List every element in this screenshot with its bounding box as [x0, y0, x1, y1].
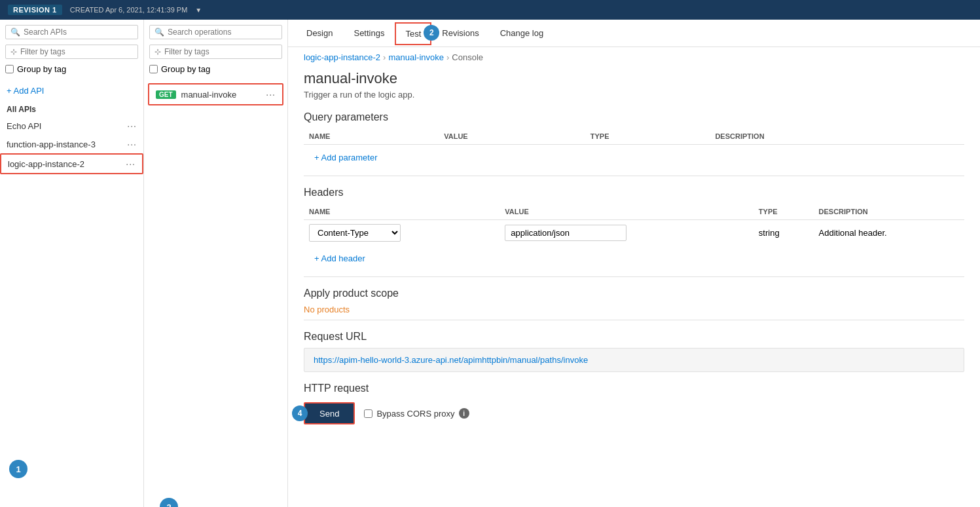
sidebar-group-by-label: Group by tag	[17, 64, 66, 74]
breadcrumb-sep-1: ›	[383, 52, 386, 62]
op-name-manual-invoke: manual-invoke	[181, 90, 266, 100]
ops-filter-input[interactable]	[164, 47, 277, 56]
send-row: 4 Send Bypass CORS proxy i	[304, 402, 964, 424]
add-param-row: + Add parameter	[304, 145, 964, 171]
sidebar-item-function-app[interactable]: function-app-instance-3 ···	[0, 135, 143, 153]
operation-manual-invoke[interactable]: GET manual-invoke ···	[148, 83, 283, 105]
headers-section-title: Headers	[304, 187, 964, 198]
query-params-section-title: Query parameters	[304, 111, 964, 123]
add-param-button[interactable]: + Add parameter	[309, 149, 959, 166]
tab-design[interactable]: Design	[296, 22, 343, 46]
top-bar: REVISION 1 CREATED Apr 6, 2021, 12:41:39…	[0, 0, 980, 20]
step-3-badge: 3	[160, 498, 178, 507]
bypass-cors-checkbox[interactable]	[364, 409, 372, 418]
add-param-label: + Add parameter	[314, 153, 377, 162]
operation-title: manual-invoke	[304, 70, 964, 87]
header-value-input[interactable]	[505, 225, 626, 241]
col-header-type-h: TYPE	[753, 204, 814, 220]
send-button[interactable]: Send	[304, 402, 355, 424]
ops-group-by-checkbox[interactable]	[149, 65, 158, 73]
header-desc-cell: Additional header.	[814, 220, 964, 246]
tab-settings[interactable]: Settings	[343, 22, 395, 46]
operation-more-button[interactable]: ···	[266, 89, 276, 100]
step-2-badge: 2	[424, 25, 439, 41]
col-header-value-h: VALUE	[499, 204, 753, 220]
product-scope-section-title: Apply product scope	[304, 288, 964, 299]
col-header-type-qp: TYPE	[585, 128, 710, 145]
breadcrumb-console: Console	[452, 52, 483, 62]
breadcrumb: logic-app-instance-2 › manual-invoke › C…	[304, 47, 964, 65]
ops-filter-box: ⊹	[149, 45, 282, 59]
sidebar-search-input[interactable]	[24, 28, 133, 37]
echo-api-more-button[interactable]: ···	[127, 121, 137, 131]
breadcrumb-logic-app[interactable]: logic-app-instance-2	[304, 52, 380, 62]
divider-2	[304, 276, 964, 277]
ops-filter-icon: ⊹	[154, 47, 161, 56]
col-header-name-qp: NAME	[304, 128, 439, 145]
breadcrumb-sep-2: ›	[446, 52, 449, 62]
add-api-button[interactable]: + Add API	[7, 86, 137, 96]
step-4-badge: 4	[292, 405, 308, 421]
col-header-desc-h: DESCRIPTION	[814, 204, 964, 220]
header-type-cell: string	[753, 220, 814, 246]
all-apis-label: All APIs	[7, 105, 137, 114]
sidebar-filter-box: ⊹	[5, 45, 138, 59]
add-header-button[interactable]: + Add header	[309, 250, 959, 267]
sidebar-search-box: 🔍	[5, 25, 138, 39]
info-icon[interactable]: i	[459, 408, 469, 419]
created-label: CREATED Apr 6, 2021, 12:41:39 PM	[70, 6, 188, 14]
content-panel: logic-app-instance-2 › manual-invoke › C…	[288, 47, 980, 507]
tab-changelog[interactable]: Change log	[490, 22, 554, 46]
sidebar-item-echo-api[interactable]: Echo API ···	[0, 117, 143, 135]
step-1-badge: 1	[9, 460, 27, 478]
query-params-table: NAME VALUE TYPE DESCRIPTION + Add parame…	[304, 128, 964, 170]
breadcrumb-manual-invoke[interactable]: manual-invoke	[388, 52, 444, 62]
step-1-badge-container: 1	[9, 460, 27, 478]
request-url-box: https://apim-hello-world-3.azure-api.net…	[304, 348, 964, 372]
divider-1	[304, 176, 964, 176]
ops-search-input[interactable]	[168, 28, 277, 37]
request-url-value: https://apim-hello-world-3.azure-api.net…	[314, 355, 588, 365]
header-name-select[interactable]: Content-Type	[309, 224, 401, 242]
step-3-badge-container: 3	[160, 498, 178, 507]
tab-test[interactable]: Test 2	[395, 22, 431, 45]
main-layout: 🔍 ⊹ Group by tag + Add API All APIs Echo…	[0, 20, 980, 507]
http-request-title: HTTP request	[304, 383, 964, 394]
tabs-bar: Design Settings Test 2 Revisions Change …	[288, 20, 980, 47]
sidebar-group-by-checkbox[interactable]	[5, 65, 14, 73]
tab-revisions[interactable]: Revisions	[431, 22, 489, 46]
col-header-name-h: NAME	[304, 204, 499, 220]
sidebar-filter-input[interactable]	[20, 47, 133, 56]
add-api-label: + Add API	[7, 86, 44, 96]
ops-group-by: Group by tag	[149, 64, 282, 74]
function-app-more-button[interactable]: ···	[127, 139, 137, 149]
no-products-label: No products	[304, 305, 964, 314]
sidebar-item-logic-app[interactable]: logic-app-instance-2 ···	[0, 153, 143, 174]
search-icon: 🔍	[10, 28, 20, 37]
ops-search-icon: 🔍	[154, 28, 164, 37]
ops-group-by-label: Group by tag	[161, 64, 210, 74]
revision-dropdown-arrow[interactable]: ▼	[195, 7, 202, 14]
header-row-0: Content-Type string Additional header.	[304, 220, 964, 246]
ops-panel: 🔍 ⊹ Group by tag GET manual-invoke ··· 3	[144, 20, 288, 507]
add-header-label: + Add header	[314, 254, 365, 263]
method-badge-get: GET	[156, 90, 176, 99]
ops-search-box: 🔍	[149, 25, 282, 39]
filter-icon: ⊹	[10, 47, 17, 56]
headers-table: NAME VALUE TYPE DESCRIPTION Content-Type	[304, 204, 964, 271]
add-header-row: + Add header	[304, 246, 964, 271]
col-header-value-qp: VALUE	[439, 128, 585, 145]
col-header-desc-qp: DESCRIPTION	[710, 128, 964, 145]
operation-desc: Trigger a run of the logic app.	[304, 90, 964, 100]
bypass-cors-text: Bypass CORS proxy	[376, 409, 454, 419]
sidebar: 🔍 ⊹ Group by tag + Add API All APIs Echo…	[0, 20, 144, 507]
content-area: Design Settings Test 2 Revisions Change …	[288, 20, 980, 507]
request-url-section-title: Request URL	[304, 331, 964, 343]
bypass-cors-label: Bypass CORS proxy i	[364, 408, 469, 419]
sidebar-group-by: Group by tag	[5, 64, 138, 74]
revision-badge: REVISION 1	[8, 5, 62, 15]
divider-3	[304, 320, 964, 320]
logic-app-more-button[interactable]: ···	[126, 159, 136, 169]
